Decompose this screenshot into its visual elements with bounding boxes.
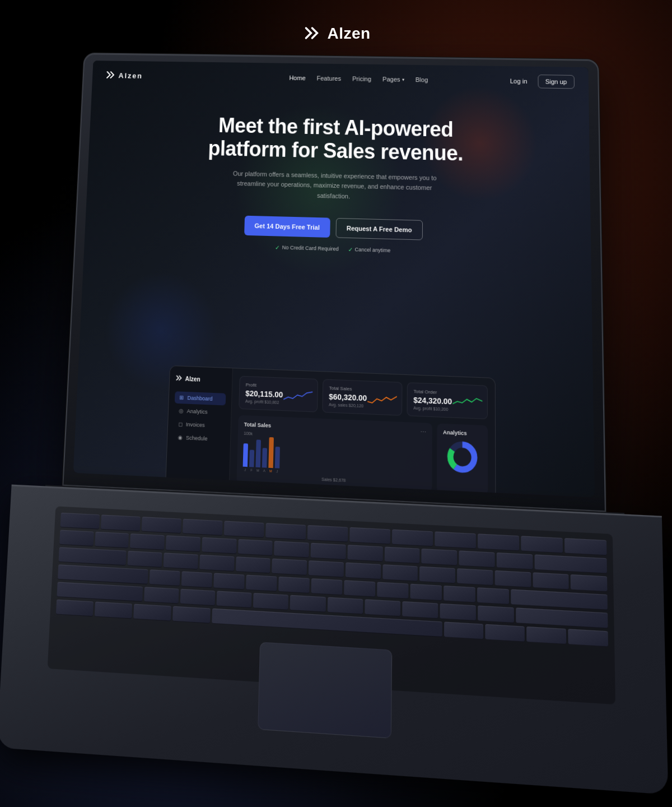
bar-chart: J F M — [242, 438, 426, 480]
metric-sales-chart — [367, 389, 397, 410]
dash-brand-text: Alzen — [185, 375, 200, 383]
key-cmd-left — [172, 606, 211, 624]
site-logo: Alzen — [105, 70, 143, 81]
key-t — [272, 559, 307, 576]
invoices-icon: ◻ — [178, 421, 183, 427]
key-g — [278, 577, 310, 593]
key-c — [217, 591, 252, 608]
bar-label-6: J — [276, 470, 278, 474]
key-6 — [274, 541, 310, 558]
key-a — [150, 569, 180, 586]
key-esc — [60, 513, 100, 530]
dash-nav-schedule[interactable]: ◉ Schedule — [173, 431, 225, 446]
key-period — [440, 604, 476, 621]
key-f2 — [142, 517, 181, 534]
svg-point-0 — [450, 444, 474, 470]
hero-headline: Meet the first AI-powered platform for S… — [199, 113, 472, 166]
key-f3 — [183, 519, 222, 536]
key-semicolon — [444, 586, 475, 603]
bar-label-2: F — [250, 469, 253, 472]
key-space — [212, 609, 442, 637]
key-delete — [534, 554, 607, 573]
metric-profit-avg: Avg. profit $10,802 — [245, 399, 311, 406]
nav-features[interactable]: Features — [316, 75, 341, 82]
key-f1 — [101, 514, 141, 531]
key-f6 — [307, 525, 348, 542]
bar-col-3: M — [255, 439, 261, 472]
key-b — [290, 595, 326, 613]
sales-chart-title: Total Sales — [244, 421, 272, 428]
top-brand-name: Alzen — [327, 25, 370, 43]
key-k — [377, 582, 408, 599]
key-caps — [58, 564, 148, 585]
key-1 — [95, 532, 129, 549]
svg-point-2 — [450, 444, 474, 470]
screen-bezel: Alzen Home Features Pricing Pages ▾ Blog — [73, 61, 595, 497]
key-backtick — [59, 530, 94, 546]
key-x — [180, 589, 216, 606]
demo-button[interactable]: Request A Free Demo — [335, 217, 423, 240]
key-d — [213, 573, 244, 590]
total-sales-chart-card: Total Sales ⋯ 100k — [236, 415, 432, 493]
bar-col-1: J — [242, 443, 248, 472]
bar-label-1: J — [244, 468, 246, 472]
key-u — [346, 563, 381, 580]
hero-subtext: Our platform offers a seamless, intuitiv… — [232, 169, 437, 204]
sales-chart-menu[interactable]: ⋯ — [421, 428, 427, 435]
key-row-5 — [57, 582, 608, 628]
key-f9 — [435, 531, 476, 549]
hero-buttons: Get 14 Days Free Trial Request A Free De… — [244, 215, 423, 240]
dashboard-main: Profit $20,115.00 Avg. profit $10,802 — [230, 368, 495, 493]
trackpad[interactable] — [258, 642, 392, 738]
metric-cards: Profit $20,115.00 Avg. profit $10,802 — [239, 376, 488, 420]
blob-green — [231, 103, 405, 280]
key-backslash — [571, 574, 608, 592]
dash-nav-analytics[interactable]: ◎ Analytics — [174, 405, 226, 419]
key-quote — [477, 587, 509, 605]
bar-col-2: F — [249, 450, 254, 472]
nav-home[interactable]: Home — [289, 75, 305, 81]
key-p — [457, 568, 493, 586]
site-logo-text: Alzen — [118, 71, 143, 80]
analytics-icon: ◎ — [179, 408, 184, 414]
dash-nav-dashboard[interactable]: ⊞ Dashboard — [175, 391, 226, 405]
top-brand: Alzen — [301, 24, 370, 44]
bar-6 — [275, 447, 280, 469]
login-button[interactable]: Log in — [504, 75, 533, 87]
keyboard-area — [48, 506, 615, 704]
metric-profit: Profit $20,115.00 Avg. profit $10,802 — [239, 376, 318, 412]
nav-pages[interactable]: Pages ▾ — [382, 76, 404, 83]
key-f — [246, 575, 277, 592]
bar-label-4: A — [263, 469, 265, 473]
key-lbracket — [494, 571, 530, 588]
top-brand-logo-icon — [301, 24, 321, 44]
key-h — [311, 578, 342, 595]
dash-nav-invoices[interactable]: ◻ Invoices — [174, 418, 225, 433]
metric-total-order: Total Order $24,320.00 Avg. profit $10,2… — [407, 382, 488, 419]
key-o — [419, 567, 455, 584]
key-row-6 — [56, 600, 608, 647]
bar-label-3: M — [256, 469, 259, 472]
key-arrow-left — [485, 624, 525, 642]
key-z — [144, 587, 179, 604]
key-8 — [347, 545, 382, 562]
bar-2 — [249, 450, 254, 467]
nav-blog[interactable]: Blog — [416, 76, 428, 83]
key-row-2 — [59, 530, 607, 573]
badge-no-cc: ✓ No Credit Card Required — [275, 244, 338, 252]
signup-button[interactable]: Sign up — [538, 75, 575, 89]
key-arrow-right — [568, 629, 608, 647]
key-q — [128, 551, 162, 568]
blob-blue — [102, 270, 219, 392]
laptop-screen-frame: Alzen Home Features Pricing Pages ▾ Blog — [62, 53, 606, 512]
key-row-3 — [59, 547, 608, 592]
keyboard-base — [0, 485, 668, 795]
key-9 — [384, 546, 419, 564]
key-i — [382, 564, 418, 582]
trial-button[interactable]: Get 14 Days Free Trial — [244, 215, 330, 237]
schedule-icon: ◉ — [178, 434, 183, 440]
dash-brand-icon — [175, 374, 183, 382]
svg-point-1 — [450, 444, 474, 470]
nav-pricing[interactable]: Pricing — [352, 75, 371, 82]
key-f10 — [478, 534, 519, 551]
